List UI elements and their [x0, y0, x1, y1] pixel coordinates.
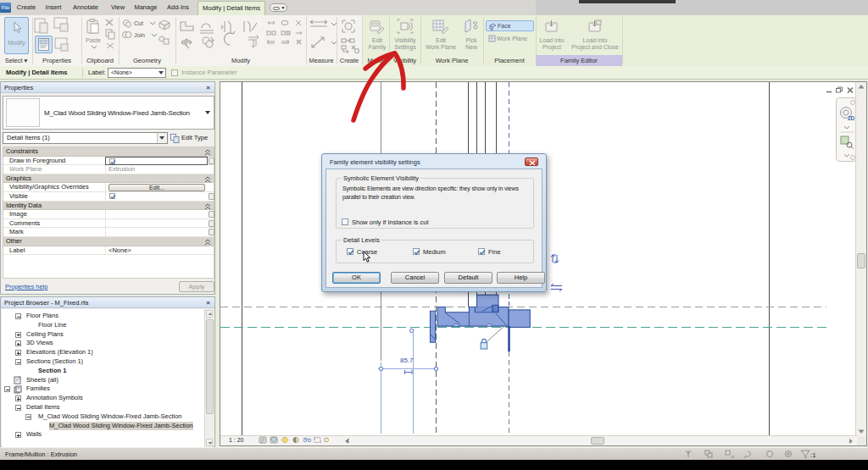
tree-item-row[interactable]: Ceiling Plans [2, 330, 206, 340]
property-value[interactable]: <None> [108, 246, 131, 254]
modify-tools-icons[interactable] [177, 17, 306, 54]
property-row[interactable]: Comments [3, 219, 214, 229]
tree-item-label[interactable]: Sheets (all) [26, 376, 58, 385]
dialog-close-button[interactable] [525, 158, 538, 166]
tab-add-ins[interactable]: Add-Ins [164, 0, 192, 15]
element-filter-dropdown[interactable]: Detail Items (1) [3, 132, 168, 144]
close-icon[interactable]: × [204, 299, 212, 307]
type-selector[interactable]: M_Clad Wood Sliding Window-Fixed Jamb-Se… [3, 96, 214, 130]
property-checkbox[interactable] [109, 158, 115, 164]
property-section-header[interactable]: Graphics [3, 174, 214, 184]
property-section-header[interactable]: Identity Data [3, 202, 214, 211]
vertical-scrollbar[interactable] [855, 82, 866, 436]
tree-item-row[interactable]: Detail Items [2, 403, 206, 412]
tree-item-label[interactable]: Elevations (Elevation 1) [26, 348, 93, 357]
collapse-icon[interactable] [4, 386, 10, 392]
property-row[interactable]: Image [3, 210, 214, 219]
tree-item-label[interactable]: Section 1 [38, 367, 66, 376]
property-value-cell[interactable] [105, 228, 208, 237]
tree-item-label[interactable]: M_Clad Wood Sliding Window-Fixed Jamb-Se… [38, 412, 182, 422]
cancel-button[interactable]: Cancel [391, 272, 439, 284]
collapse-section-icon[interactable] [204, 203, 210, 209]
instance-parameter-checkbox[interactable] [171, 69, 178, 76]
property-value-cell[interactable]: Extrusion [105, 165, 208, 174]
dimension-value[interactable]: 85.7 [400, 357, 414, 364]
tab-insert[interactable]: Insert [42, 0, 65, 15]
property-value-cell[interactable] [105, 157, 208, 166]
panel-modify[interactable]: Modify [175, 55, 306, 66]
tree-item-row[interactable]: Elevations (Elevation 1) [2, 348, 206, 357]
coarse-checkbox[interactable] [347, 248, 353, 255]
tree-item-label[interactable]: Detail Items [26, 403, 60, 412]
property-value-cell[interactable] [105, 219, 208, 229]
tree-item-row[interactable]: Sections (Section 1) [2, 357, 206, 367]
tree-item-label[interactable]: M_Clad Wood Sliding Window-Fixed Jamb-Se… [49, 422, 193, 431]
scrollbar-thumb[interactable] [591, 437, 604, 445]
close-icon[interactable]: × [204, 84, 212, 91]
scroll-up-icon[interactable] [856, 83, 866, 91]
property-row[interactable]: Draw in Foreground [3, 157, 214, 166]
edit-type-button[interactable]: Edit Type [170, 133, 214, 143]
view-window-buttons[interactable] [826, 86, 854, 95]
label-dropdown[interactable]: <None> [108, 68, 166, 78]
collapse-icon[interactable] [15, 405, 21, 411]
load-into-project-button[interactable]: Load intoProject [540, 17, 564, 54]
property-more-button[interactable] [209, 220, 214, 227]
property-more-button[interactable] [209, 211, 214, 218]
properties-palette-toggle[interactable] [35, 36, 53, 53]
property-section-header[interactable]: Other [3, 237, 214, 246]
status-bar-icons[interactable]: :1 [685, 449, 821, 460]
tab-view[interactable]: View [107, 0, 129, 15]
tree-item-row[interactable]: Section 1 [2, 367, 206, 376]
load-into-project-and-close-button[interactable]: Load intoProject and Close [576, 17, 614, 54]
tree-item-label[interactable]: 3D Views [26, 339, 53, 348]
navigation-bar[interactable]: 2D [836, 97, 857, 162]
expand-icon[interactable] [15, 340, 21, 346]
properties-help-link[interactable]: Properties help [5, 283, 47, 290]
placement-face-button[interactable]: Face [486, 20, 534, 31]
scroll-up-icon[interactable] [206, 310, 213, 318]
collapse-section-icon[interactable] [204, 149, 210, 155]
scroll-down-icon[interactable] [856, 427, 866, 435]
scrollbar-thumb[interactable] [857, 253, 865, 268]
edit-overrides-button[interactable]: Edit... [108, 184, 205, 191]
tree-item-row[interactable]: Floor Line [2, 321, 206, 330]
tree-item-row[interactable]: Floor Plans [2, 312, 206, 321]
pick-new-work-plane-button[interactable]: PickNew [459, 17, 483, 54]
placement-work-plane-button[interactable]: Work Plane [486, 33, 534, 44]
panel-family-editor[interactable]: Family Editor [536, 55, 622, 66]
show-only-if-instance-cut-checkbox[interactable] [342, 218, 348, 225]
tree-item-label[interactable]: Sections (Section 1) [26, 357, 83, 367]
panel-geometry[interactable]: Geometry [119, 55, 175, 66]
property-checkbox[interactable] [109, 193, 115, 199]
property-more-button[interactable] [209, 229, 214, 235]
property-row[interactable]: Visible [3, 192, 214, 202]
ribbon-state-toggle[interactable] [270, 3, 287, 12]
file-menu-button[interactable]: File [0, 3, 11, 13]
expand-icon[interactable] [15, 350, 21, 356]
collapse-section-icon[interactable] [204, 176, 210, 182]
collapse-section-icon[interactable] [204, 239, 210, 245]
properties-title[interactable]: Properties [1, 82, 214, 93]
project-browser-title[interactable]: Project Browser - M_Fixed.rfa [1, 297, 214, 308]
tree-item-row[interactable]: M_Clad Wood Sliding Window-Fixed Jamb-Se… [2, 422, 206, 431]
panel-properties[interactable]: Properties [32, 55, 81, 66]
modify-tool-button[interactable]: Modify [4, 17, 29, 54]
tree-item-row[interactable]: M_Clad Wood Sliding Window-Fixed Jamb-Se… [2, 412, 206, 422]
medium-checkbox[interactable] [413, 248, 420, 255]
expand-icon[interactable] [346, 438, 351, 443]
tree-item-row[interactable]: Sheets (all) [2, 376, 206, 385]
property-more-button[interactable] [209, 193, 214, 200]
expand-icon[interactable] [15, 332, 21, 338]
property-value[interactable]: Extrusion [108, 165, 135, 173]
property-row[interactable]: Visibility/Graphics OverridesEdit... [3, 183, 214, 192]
flip-control-horizontal[interactable] [551, 284, 562, 291]
tree-item-label[interactable]: Floor Line [38, 321, 66, 330]
flip-control-vertical[interactable] [551, 255, 559, 263]
tree-item-row[interactable]: 3D Views [2, 339, 206, 348]
panel-placement[interactable]: Placement [483, 55, 536, 66]
property-row[interactable]: Mark [3, 228, 214, 237]
tree-item-label[interactable]: Floor Plans [26, 312, 58, 321]
tab-modify-detail-items[interactable]: Modify | Detail Items [198, 1, 265, 15]
ok-button[interactable]: OK [332, 272, 381, 284]
